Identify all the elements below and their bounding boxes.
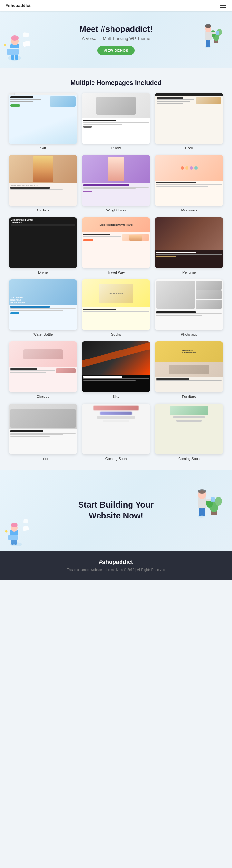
- svg-rect-8: [8, 50, 14, 50]
- homepage-item-drone[interactable]: Do Something BetterDronePilot Drone: [9, 217, 77, 274]
- thumbnail-perfume: [155, 217, 223, 268]
- thumbnail-bike: [82, 341, 150, 392]
- hero-decoration-right: [201, 14, 227, 50]
- svg-rect-41: [199, 507, 202, 516]
- svg-point-5: [11, 35, 19, 40]
- thumbnail-drone: Do Something BetterDronePilot: [9, 217, 77, 268]
- thumbnail-photoapp: [155, 279, 223, 330]
- label-pillow: Pillow: [112, 146, 121, 150]
- section-title: Multiple Homepages Included: [0, 68, 232, 93]
- site-header: #shopaddict: [0, 0, 232, 11]
- label-comingsoon1: Coming Soon: [105, 457, 127, 461]
- hero-content: Meet #shopaddict! A Versatile Multi-Land…: [79, 24, 153, 55]
- homepage-item-glasses[interactable]: Glasses: [9, 341, 77, 398]
- svg-rect-46: [206, 499, 211, 501]
- svg-rect-9: [8, 51, 12, 52]
- svg-point-12: [4, 44, 6, 46]
- thumbnail-travelway: Explore Different Way to Travel: [82, 217, 150, 268]
- svg-point-33: [5, 530, 8, 533]
- thumbnail-soft: [9, 93, 77, 144]
- label-drone: Drone: [38, 270, 48, 274]
- homepage-item-photoapp[interactable]: Photo-app: [155, 279, 223, 336]
- homepage-item-book[interactable]: Book: [155, 93, 223, 150]
- thumbnail-comingsoon2: [155, 404, 223, 455]
- thumbnail-weightloss: [82, 155, 150, 206]
- cta-decoration-left: [5, 515, 31, 548]
- label-book: Book: [185, 146, 193, 150]
- thumbnail-clothes: Spring/Summer Collection 2019: [9, 155, 77, 206]
- label-clothes: Clothes: [37, 208, 49, 212]
- svg-rect-47: [211, 497, 214, 502]
- homepage-item-waterbottle[interactable]: TOP QUALITYREUSABLEWATER BOTTLE Water Bo…: [9, 279, 77, 336]
- label-travelway: Travel Way: [107, 270, 125, 274]
- label-comingsoon2: Coming Soon: [178, 457, 200, 461]
- thumbnail-interior: [9, 404, 77, 455]
- svg-point-39: [215, 497, 222, 506]
- svg-point-22: [205, 24, 211, 28]
- label-interior: Interior: [37, 457, 48, 461]
- homepage-item-clothes[interactable]: Spring/Summer Collection 2019 Clothes: [9, 155, 77, 212]
- svg-rect-23: [212, 32, 216, 34]
- hero-section: Meet #shopaddict! A Versatile Multi-Land…: [0, 11, 232, 68]
- svg-rect-24: [215, 31, 219, 35]
- homepage-item-interior[interactable]: Interior: [9, 404, 77, 461]
- label-socks: Socks: [111, 333, 121, 336]
- svg-rect-34: [23, 526, 29, 531]
- homepage-item-travelway[interactable]: Explore Different Way to Travel Travel W…: [82, 217, 150, 274]
- homepage-item-soft[interactable]: Soft: [9, 93, 77, 150]
- homepage-item-weightloss[interactable]: Weight Loss: [82, 155, 150, 212]
- thumbnail-book: [155, 93, 223, 144]
- homepage-item-socks[interactable]: Best gift to friends Socks: [82, 279, 150, 336]
- label-waterbottle: Water Bottle: [33, 333, 53, 336]
- thumbnail-macarons: [155, 155, 223, 206]
- homepage-item-perfume[interactable]: Perfume: [155, 217, 223, 274]
- svg-rect-42: [202, 507, 205, 516]
- thumbnail-pillow: [82, 93, 150, 144]
- hamburger-menu-button[interactable]: [220, 4, 226, 8]
- hero-decoration-left: [3, 26, 32, 68]
- homepage-item-comingsoon1[interactable]: Coming Soon: [82, 404, 150, 461]
- label-weightloss: Weight Loss: [106, 208, 126, 212]
- hero-title: Meet #shopaddict!: [79, 24, 153, 34]
- header-logo: #shopaddict: [6, 3, 31, 8]
- thumbnail-socks: Best gift to friends: [82, 279, 150, 330]
- svg-point-0: [8, 55, 21, 61]
- site-footer: #shopaddict This is a sample website - c…: [0, 551, 232, 580]
- view-demos-button[interactable]: VIEW DEMOS: [97, 46, 135, 55]
- cta-content: Start Building YourWebsite Now!: [78, 499, 154, 521]
- svg-rect-10: [23, 40, 30, 47]
- label-soft: Soft: [40, 146, 47, 150]
- svg-rect-32: [8, 535, 18, 540]
- svg-point-30: [11, 523, 18, 527]
- cta-section: Start Building YourWebsite Now!: [0, 470, 232, 551]
- thumbnail-furniture: Hadley SofaFurniture Care: [155, 341, 223, 392]
- label-furniture: Furniture: [182, 395, 196, 398]
- svg-rect-18: [206, 39, 208, 47]
- footer-copyright: This is a sample website - chromalizers …: [6, 568, 226, 571]
- homepage-item-bike[interactable]: Bike: [82, 341, 150, 398]
- svg-rect-35: [23, 519, 28, 524]
- label-bike: Bike: [112, 395, 119, 398]
- cta-title: Start Building YourWebsite Now!: [78, 499, 154, 521]
- homepages-section: Multiple Homepages Included S: [0, 68, 232, 470]
- label-macarons: Macarons: [181, 208, 197, 212]
- homepage-item-furniture[interactable]: Hadley SofaFurniture Care Furniture: [155, 341, 223, 398]
- homepage-item-comingsoon2[interactable]: Coming Soon: [155, 404, 223, 461]
- svg-rect-11: [23, 32, 29, 37]
- hero-subtitle: A Versatile Multi-Landing WP Theme: [79, 36, 153, 41]
- svg-point-45: [198, 489, 206, 494]
- label-perfume: Perfume: [182, 270, 196, 274]
- homepage-item-macarons[interactable]: Macarons: [155, 155, 223, 212]
- thumbnail-waterbottle: TOP QUALITYREUSABLEWATER BOTTLE: [9, 279, 77, 330]
- svg-rect-19: [208, 39, 210, 47]
- homepage-item-pillow[interactable]: Pillow: [82, 93, 150, 150]
- footer-logo: #shopaddict: [6, 559, 226, 565]
- label-photoapp: Photo-app: [181, 333, 197, 336]
- thumbnail-comingsoon1: [82, 404, 150, 455]
- thumbnail-glasses: [9, 341, 77, 392]
- cta-decoration-right: [193, 477, 226, 519]
- label-glasses: Glasses: [36, 395, 49, 398]
- homepage-grid: Soft Pillow: [0, 93, 232, 470]
